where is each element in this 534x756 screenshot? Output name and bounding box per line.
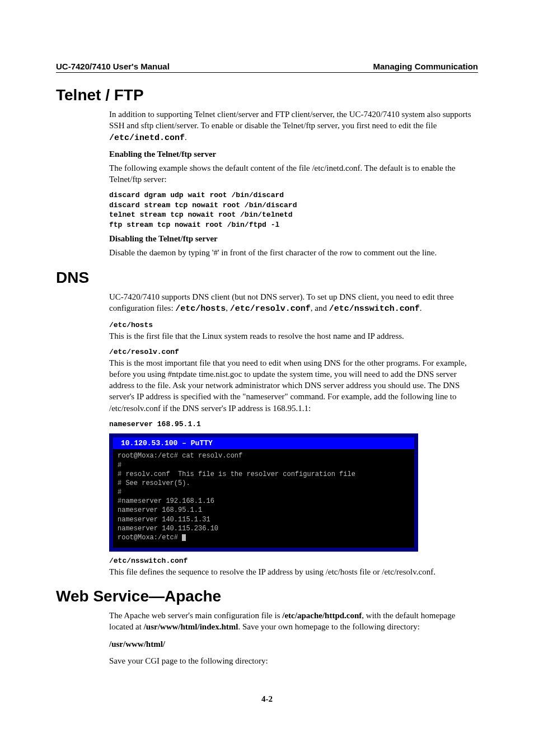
header-left: UC-7420/7410 User's Manual [56,62,170,71]
section-dns-heading: DNS [56,269,478,287]
nameserver-code: nameserver 168.95.1.1 [109,419,478,430]
etc-hosts-desc: This is the first file that the Linux sy… [109,330,478,342]
putty-titlebar: 10.120.53.100 – PuTTY [113,437,414,449]
etc-nsswitch-conf-file: /etc/nsswitch.conf [109,556,478,566]
header-right: Managing Communication [373,62,479,71]
etc-resolv-conf-desc: This is the most important file that you… [109,357,478,414]
inetd-conf-path: /etc/inetd.conf [109,133,185,143]
telnet-intro-paragraph: In addition to supporting Telnet client/… [109,109,478,144]
page-header: UC-7420/7410 User's Manual Managing Comm… [56,62,478,73]
section-apache-heading: Web Service—Apache [56,587,478,605]
index-html-path: /usr/www/html/index.html [144,622,238,631]
disabling-telnet-subhead: Disabling the Telnet/ftp server [109,234,478,244]
enabling-telnet-subhead: Enabling the Telnet/ftp server [109,150,478,159]
etc-hosts-file: /etc/hosts [109,320,478,330]
putty-terminal: 10.120.53.100 – PuTTY root@Moxa:/etc# ca… [109,433,418,552]
inetd-conf-code: discard dgram udp wait root /bin/discard… [109,190,478,230]
etc-nsswitch-conf-desc: This file defines the sequence to resolv… [109,566,478,577]
page-number: 4-2 [56,694,478,704]
dns-intro-paragraph: UC-7420/7410 supports DNS client (but no… [109,291,478,315]
disabling-telnet-paragraph: Disable the daemon by typing '#' in fron… [109,247,478,258]
apache-intro-paragraph: The Apache web server's main configurati… [109,610,478,633]
putty-terminal-body: root@Moxa:/etc# cat resolv.conf # # reso… [113,449,414,548]
enabling-telnet-paragraph: The following example shows the default … [109,162,478,185]
etc-nsswitch-conf-path: /etc/nsswitch.conf [329,304,420,314]
etc-resolv-conf-path: /etc/resolv.conf [230,304,311,314]
etc-hosts-path: /etc/hosts [175,304,226,314]
section-telnet-ftp-heading: Telnet / FTP [56,86,478,104]
cgi-paragraph: Save your CGI page to the following dire… [109,655,478,666]
httpd-conf-path: /etc/apache/httpd.conf [282,611,362,620]
terminal-cursor-icon [182,534,186,541]
etc-resolv-conf-file: /etc/resolv.conf [109,347,478,357]
usr-www-html-path: /usr/www/html/ [109,638,478,650]
